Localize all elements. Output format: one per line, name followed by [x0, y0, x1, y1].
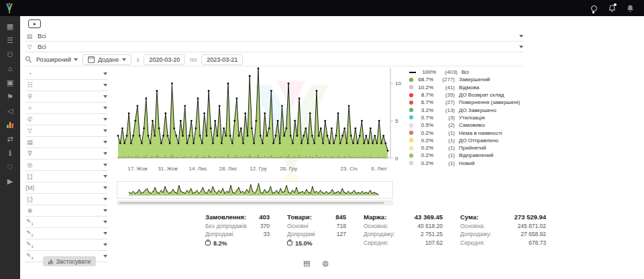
legend-swatch [409, 154, 413, 158]
filter-phone-icon: ✆ [25, 116, 34, 123]
filter-funnel-select[interactable] [38, 125, 107, 136]
customers-nav-icon[interactable]: ⚇ [4, 50, 16, 59]
brand-logo[interactable] [0, 0, 19, 16]
stat-row-label: Середня: [364, 239, 388, 246]
stat-row-value: 27 658.92 [521, 231, 546, 237]
search-icon [25, 56, 32, 62]
filter-status-select[interactable] [38, 68, 107, 79]
stat-row-label: Допродажу: [460, 231, 492, 237]
notifications-icon[interactable] [607, 3, 616, 13]
marketing-nav-icon[interactable]: ◁ [4, 107, 16, 115]
legend-item[interactable]: 0.2%(1)Прийнятий [409, 144, 537, 152]
shop-nav-icon[interactable]: ⌂ [4, 64, 16, 73]
chevron-down-icon [103, 186, 107, 189]
filter-utm: {M} [25, 182, 107, 194]
apply-button-label: Застосувати [56, 258, 91, 265]
legend-item[interactable]: 0.5%(2)Самовивіз [409, 121, 537, 129]
legend-item[interactable]: 0.2%(1)Нема в наявності [409, 129, 537, 136]
legend-item[interactable]: 3.2%(13)ДО Завершено [409, 106, 537, 113]
filter-category-select[interactable] [38, 148, 107, 159]
legend-item[interactable]: 0.7%(3)Утилізація [409, 114, 537, 121]
stat-row: Допродажу:2 751.25 [364, 231, 443, 237]
legend-swatch [409, 123, 413, 127]
filter-custom-2-icon: ✎2 [25, 229, 34, 237]
legend-percent: 3.2% [416, 107, 433, 113]
globe-icon[interactable]: ◍ [322, 259, 329, 267]
filter-products-icon: ▤ [25, 139, 34, 146]
notifications-muted-icon[interactable] [625, 3, 635, 13]
orders-nav-icon[interactable]: ☰ [4, 36, 16, 45]
filter-target-select[interactable] [38, 205, 107, 216]
chevron-down-icon [103, 198, 107, 201]
svg-text:6. Лют: 6. Лют [371, 166, 387, 172]
svg-text:5: 5 [395, 118, 398, 124]
filter-brackets-icon: [;] [25, 173, 34, 180]
legend-item[interactable]: 0.2%(1)Відправлений [409, 152, 537, 159]
dashboard-nav-icon[interactable]: ▦ [4, 22, 16, 31]
chart-scrollbar[interactable] [117, 201, 393, 205]
filter-structure-select[interactable] [38, 103, 107, 113]
legend-label: Самовивіз [459, 122, 485, 128]
chart-legend: 100%(403)Всі68.7%(277)Завершений10.2%(41… [409, 68, 537, 167]
filter-custom-1: ✎1 [25, 217, 107, 228]
video-help-button[interactable] [28, 19, 41, 28]
lightbulb-icon[interactable] [589, 3, 598, 13]
filter-params-select[interactable] [38, 194, 107, 205]
date-field-value: Додане [98, 56, 119, 63]
legend-item[interactable]: 68.7%(277)Завершений [409, 76, 537, 83]
legend-item[interactable]: 10.2%(41)Відмова [409, 84, 537, 91]
stat-title-row: Товари:845 [287, 213, 346, 221]
summary-stats: Замовлення:403Без допродажів370Допродажі… [205, 213, 546, 247]
filter-custom-3-icon: ✎3 [25, 241, 34, 249]
legend-label: ДО Возврат склад [459, 92, 504, 98]
upsell-percent-badge: 8.2% [205, 240, 270, 247]
stat-row: Основна:245 871.02 [460, 223, 546, 229]
filter-source-icon: ☷ [25, 82, 34, 89]
analytics-nav-icon[interactable] [4, 121, 16, 129]
filter-target-icon: ⊕ [25, 207, 34, 214]
filter-source-select[interactable] [38, 80, 107, 91]
legend-item[interactable]: 100%(403)Всі [409, 68, 537, 76]
legend-item[interactable]: 8.7%(35)ДО Возврат склад [409, 91, 537, 99]
badge-value: 15.0% [295, 240, 313, 247]
legend-count: (3) [436, 115, 455, 121]
legend-item[interactable]: 0.2%(1)Новий [409, 160, 537, 167]
filter-custom-1-select[interactable] [38, 217, 107, 227]
info-nav-icon[interactable]: ℹ [4, 149, 16, 158]
legend-item[interactable]: 0.2%(1)ДО Отправлено [409, 137, 537, 144]
chart-navigator[interactable] [117, 181, 393, 199]
legend-swatch [409, 78, 413, 82]
scrollbar-thumb[interactable] [119, 202, 384, 204]
tags-nav-icon[interactable]: ⚑ [4, 93, 16, 101]
filter-phone-select[interactable] [38, 114, 107, 125]
filter-geo-select[interactable] [38, 160, 107, 170]
filter-target: ⊕ [25, 205, 107, 217]
products-nav-icon[interactable]: ▣ [4, 78, 16, 87]
list-view-icon[interactable]: ▤ [303, 259, 310, 267]
stat-column: Маржа:43 369.45Основна:40 618.20Допродаж… [364, 213, 443, 247]
filter-utm-select[interactable] [38, 182, 107, 193]
filter-products-select[interactable] [38, 137, 107, 148]
legend-percent: 0.2% [416, 137, 433, 144]
video-tutorials-nav-icon[interactable]: ▶ [4, 177, 16, 186]
search-mode-select[interactable]: Розширений [36, 56, 78, 63]
filter-products: ▤ [25, 137, 107, 148]
partners-nav-icon[interactable]: ♡ [4, 163, 16, 172]
stat-row-value: 370 [260, 223, 270, 229]
stat-column: Товари:845Основні718Допродажі12715.0% [287, 213, 346, 247]
integrations-nav-icon[interactable]: ⇄ [4, 135, 16, 144]
apply-button[interactable]: Застосувати [43, 256, 96, 266]
legend-item[interactable]: 6.7%(27)Повернення (завершені) [409, 99, 537, 106]
chevron-down-icon [103, 84, 107, 87]
legend-label: ДО Отправлено [459, 137, 498, 144]
filter-row-statuses[interactable]: ▤ Всі [25, 31, 523, 42]
legend-label: ДО Завершено [459, 107, 496, 113]
filter-manager-select[interactable] [38, 91, 107, 102]
stat-value: 273 529.94 [514, 213, 546, 221]
filter-custom-3-select[interactable] [38, 239, 107, 250]
filter-row-funnel[interactable]: ▽ Всі [25, 42, 523, 52]
stat-title: Маржа: [364, 213, 386, 221]
filter-brackets-select[interactable] [38, 171, 107, 182]
filter-custom-2-select[interactable] [38, 228, 107, 239]
svg-text:26. Гру: 26. Гру [280, 166, 297, 172]
